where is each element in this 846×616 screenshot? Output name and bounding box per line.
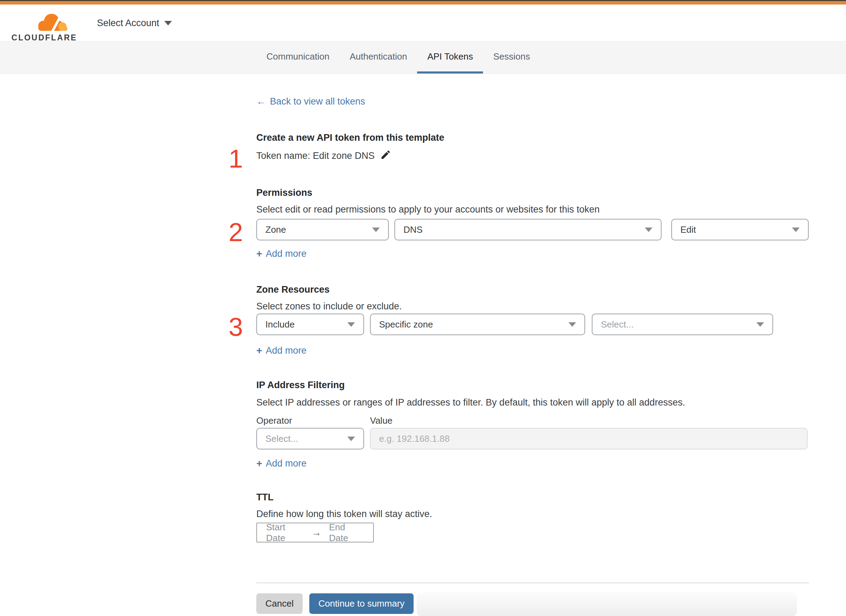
permission-group-value: DNS bbox=[403, 224, 423, 235]
token-name-text: Token name: Edit zone DNS bbox=[256, 151, 375, 161]
ttl-description: Define how long this token will stay act… bbox=[256, 509, 432, 519]
ttl-heading: TTL bbox=[256, 492, 274, 503]
plus-icon: + bbox=[256, 248, 262, 260]
top-accent-bar bbox=[0, 0, 846, 4]
chevron-down-icon bbox=[756, 322, 764, 327]
chevron-down-icon bbox=[568, 322, 576, 327]
chevron-down-icon bbox=[645, 227, 652, 232]
edit-pencil-icon[interactable] bbox=[380, 149, 391, 160]
zone-select-placeholder: Select... bbox=[601, 319, 634, 330]
plus-icon: + bbox=[256, 345, 262, 356]
zone-resources-description: Select zones to include or exclude. bbox=[256, 301, 402, 312]
ttl-date-range-picker[interactable]: Start Date → End Date bbox=[256, 523, 374, 543]
chevron-down-icon bbox=[372, 227, 380, 232]
chevron-down-icon bbox=[164, 21, 172, 25]
end-date-placeholder: End Date bbox=[329, 522, 364, 544]
cloudflare-cloud-icon bbox=[34, 12, 69, 32]
app-header: CLOUDFLARE Select Account bbox=[0, 4, 846, 41]
ip-filtering-add-more-link[interactable]: + Add more bbox=[256, 458, 306, 469]
permission-scope-dropdown[interactable]: Zone bbox=[256, 219, 389, 241]
zone-resources-heading: Zone Resources bbox=[256, 284, 330, 295]
back-link-label: Back to view all tokens bbox=[270, 96, 365, 107]
footer-background-panel bbox=[417, 592, 797, 616]
back-to-tokens-link[interactable]: ← Back to view all tokens bbox=[256, 96, 365, 107]
tab-communication[interactable]: Communication bbox=[256, 41, 340, 73]
permission-scope-value: Zone bbox=[265, 224, 286, 235]
arrow-right-icon: → bbox=[312, 527, 322, 538]
continue-to-summary-button[interactable]: Continue to summary bbox=[309, 593, 413, 614]
zone-type-value: Specific zone bbox=[379, 319, 433, 330]
chevron-down-icon bbox=[792, 227, 800, 232]
token-name-line: Token name: Edit zone DNS bbox=[256, 149, 391, 161]
zone-select-dropdown[interactable]: Select... bbox=[592, 314, 773, 335]
account-select-dropdown[interactable]: Select Account bbox=[97, 4, 172, 41]
add-more-label: Add more bbox=[266, 458, 306, 469]
zone-type-dropdown[interactable]: Specific zone bbox=[370, 314, 585, 335]
step-number-1: 1 bbox=[226, 146, 246, 172]
footer-divider bbox=[256, 582, 809, 583]
ip-filtering-heading: IP Address Filtering bbox=[256, 380, 345, 390]
permissions-heading: Permissions bbox=[256, 188, 312, 198]
back-arrow-icon: ← bbox=[256, 96, 266, 107]
tab-api-tokens[interactable]: API Tokens bbox=[417, 41, 483, 73]
permissions-add-more-link[interactable]: + Add more bbox=[256, 248, 306, 260]
account-select-label: Select Account bbox=[97, 18, 159, 29]
chevron-down-icon bbox=[347, 322, 355, 327]
operator-select-dropdown[interactable]: Select... bbox=[256, 428, 364, 449]
permission-level-dropdown[interactable]: Edit bbox=[671, 219, 809, 241]
operator-select-placeholder: Select... bbox=[265, 433, 298, 444]
chevron-down-icon bbox=[347, 437, 355, 441]
add-more-label: Add more bbox=[266, 345, 306, 356]
zone-include-dropdown[interactable]: Include bbox=[256, 314, 364, 335]
cancel-button[interactable]: Cancel bbox=[256, 593, 303, 614]
value-label: Value bbox=[370, 415, 393, 426]
start-date-placeholder: Start Date bbox=[266, 522, 304, 544]
cloudflare-wordmark: CLOUDFLARE bbox=[11, 33, 78, 43]
step-number-2: 2 bbox=[226, 220, 246, 245]
tab-sessions[interactable]: Sessions bbox=[483, 41, 540, 73]
tab-authentication[interactable]: Authentication bbox=[340, 41, 418, 73]
plus-icon: + bbox=[256, 458, 262, 469]
permissions-description: Select edit or read permissions to apply… bbox=[256, 204, 600, 215]
ip-value-input[interactable] bbox=[370, 428, 808, 449]
create-token-heading: Create a new API token from this templat… bbox=[256, 132, 444, 143]
permission-level-value: Edit bbox=[680, 224, 696, 235]
profile-tabbar: Communication Authentication API Tokens … bbox=[0, 41, 846, 74]
permission-group-dropdown[interactable]: DNS bbox=[394, 219, 662, 241]
zone-include-value: Include bbox=[265, 319, 295, 330]
add-more-label: Add more bbox=[266, 248, 306, 259]
cloudflare-logo: CLOUDFLARE bbox=[11, 12, 78, 43]
operator-label: Operator bbox=[256, 415, 292, 426]
zone-resources-add-more-link[interactable]: + Add more bbox=[256, 345, 306, 356]
step-number-3: 3 bbox=[226, 314, 246, 340]
ip-filtering-description: Select IP addresses or ranges of IP addr… bbox=[256, 397, 685, 408]
